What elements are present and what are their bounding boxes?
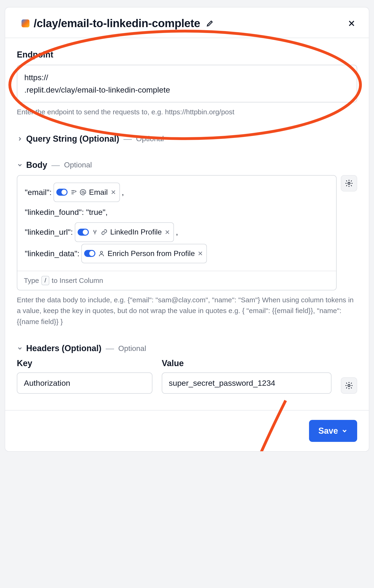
header-key-input[interactable]: Authorization (17, 372, 152, 394)
body-row-email: "email": Email , (25, 183, 329, 202)
headers-label: Headers (Optional) (26, 344, 102, 353)
gear-icon (345, 381, 353, 390)
config-panel: /clay/email-to-linkedin-complete Endpoin… (5, 7, 369, 452)
body-row-linkedin-found: "linkedin_found": "true", (25, 204, 329, 220)
endpoint-url-prefix: https:// (24, 73, 48, 82)
remove-token-icon[interactable] (197, 251, 203, 256)
toggle-icon (78, 229, 89, 236)
svg-point-1 (82, 191, 84, 193)
body-header[interactable]: Body — Optional (17, 160, 357, 170)
link-icon (101, 229, 107, 235)
person-icon (98, 250, 105, 257)
save-button[interactable]: Save (309, 420, 357, 442)
token-email[interactable]: Email (53, 183, 120, 202)
fork-icon (92, 229, 98, 235)
header-settings-button[interactable] (341, 377, 357, 394)
query-string-section: Query String (Optional) — Optional (17, 134, 357, 144)
svg-point-2 (100, 251, 102, 253)
chevron-down-icon (17, 345, 23, 351)
body-optional: Optional (64, 161, 92, 169)
body-settings-button[interactable] (341, 175, 357, 191)
headers-optional: Optional (118, 344, 146, 353)
body-label: Body (26, 160, 47, 170)
chevron-right-icon (17, 136, 23, 142)
query-string-header[interactable]: Query String (Optional) — Optional (17, 134, 357, 144)
remove-token-icon[interactable] (111, 189, 116, 195)
panel-header: /clay/email-to-linkedin-complete (5, 8, 369, 38)
body-section: Body — Optional "email": Em (17, 160, 357, 327)
panel-body: Endpoint https:// - .replit.dev/clay/ema… (5, 38, 369, 410)
close-icon (348, 19, 355, 27)
header-key-label: Key (17, 358, 152, 368)
body-footer-hint: Type / to Insert Column (17, 271, 336, 290)
clay-logo-icon (21, 19, 30, 27)
header-value-label: Value (162, 358, 332, 368)
token-enrich-person[interactable]: Enrich Person from Profile (81, 244, 207, 263)
remove-token-icon[interactable] (165, 229, 170, 235)
endpoint-label: Endpoint (17, 50, 357, 60)
endpoint-redacted: - (48, 73, 53, 82)
edit-title-button[interactable] (204, 18, 216, 29)
at-icon (80, 189, 86, 195)
close-button[interactable] (346, 18, 357, 29)
pencil-icon (206, 19, 214, 27)
slash-key-icon: / (41, 276, 49, 285)
endpoint-input[interactable]: https:// - .replit.dev/clay/email-to-lin… (17, 65, 357, 102)
headers-header[interactable]: Headers (Optional) — Optional (17, 344, 357, 353)
query-string-optional: Optional (136, 135, 164, 143)
body-row-linkedin-data: "linkedin_data": Enrich Person from Prof… (25, 244, 329, 263)
body-helper: Enter the data body to include, e.g. {"e… (17, 294, 357, 327)
chevron-down-icon (17, 162, 23, 168)
body-row-linkedin-url: "linkedin_url": LinkedIn Profile , (25, 222, 329, 242)
headers-section: Headers (Optional) — Optional Key Author… (17, 344, 357, 394)
toggle-icon (56, 189, 68, 196)
endpoint-section: Endpoint https:// - .replit.dev/clay/ema… (17, 50, 357, 118)
header-kv-row: Key Authorization Value super_secret_pas… (17, 358, 357, 394)
toggle-icon (84, 250, 95, 257)
header-value-input[interactable]: super_secret_password_1234 (162, 372, 332, 394)
list-icon (70, 189, 77, 195)
body-editor[interactable]: "email": Email , "l (17, 175, 337, 290)
query-string-label: Query String (Optional) (26, 134, 119, 144)
token-linkedin-profile[interactable]: LinkedIn Profile (75, 222, 174, 242)
endpoint-url-suffix: .replit.dev/clay/email-to-linkedin-compl… (24, 85, 170, 94)
panel-footer: Save (5, 410, 369, 451)
chevron-down-icon (341, 428, 348, 434)
page-title: /clay/email-to-linkedin-complete (34, 17, 200, 30)
svg-point-4 (348, 385, 350, 387)
gear-icon (345, 179, 353, 188)
svg-point-3 (348, 182, 350, 184)
endpoint-helper: Enter the endpoint to send the requests … (17, 107, 357, 118)
